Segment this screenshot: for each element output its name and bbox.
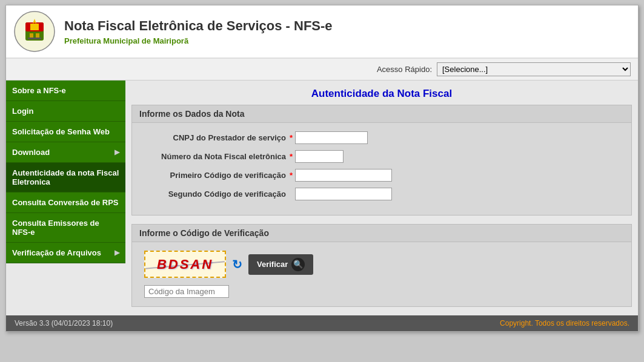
acesso-rapido-select[interactable]: [Selecione...]	[437, 62, 631, 76]
app-title: Nota Fiscal Eletrônica de Serviços - NFS…	[64, 18, 333, 34]
verify-button[interactable]: Verificar 🔍	[248, 254, 313, 275]
version-text: Versão 3.3 (04/01/2023 18:10)	[15, 319, 113, 327]
sidebar-item-download[interactable]: Download ▶	[6, 142, 125, 163]
numero-input[interactable]	[295, 150, 344, 163]
segundo-codigo-row: Segundo Código de verificação *	[144, 188, 619, 200]
section-dados-nota: Informe os Dados da Nota CNPJ do Prestad…	[131, 105, 632, 216]
sidebar-item-sobre[interactable]: Sobre a NFS-e	[6, 81, 125, 101]
sidebar-item-emissores[interactable]: Consulta Emissores de NFS-e	[6, 213, 125, 243]
sidebar: Sobre a NFS-e Login Solicitação de Senha…	[6, 81, 125, 263]
cnpj-label: CNPJ do Prestador de serviço	[144, 133, 290, 142]
cnpj-row: CNPJ do Prestador de serviço *	[144, 131, 619, 144]
segundo-codigo-label: Segundo Código de verificação	[144, 189, 290, 199]
numero-row: Número da Nota Fiscal eletrônica *	[144, 150, 619, 163]
primeiro-codigo-row: Primeiro Código de verificação *	[144, 169, 619, 182]
section-verificacao-body: BDSAN ↻ Verificar 🔍	[132, 242, 631, 306]
primeiro-codigo-required: *	[290, 171, 293, 180]
sidebar-item-login[interactable]: Login	[6, 101, 125, 122]
verify-search-icon: 🔍	[291, 258, 305, 271]
svg-rect-3	[30, 24, 39, 30]
numero-label: Número da Nota Fiscal eletrônica	[144, 152, 290, 161]
section-verificacao-header: Informe o Código de Verificação	[132, 225, 631, 242]
primeiro-codigo-input[interactable]	[295, 169, 392, 182]
sidebar-item-verificacao[interactable]: Verificação de Arquivos ▶	[6, 243, 125, 263]
copyright-label: Copyright.	[500, 319, 533, 327]
header: Nota Fiscal Eletrônica de Serviços - NFS…	[6, 5, 638, 59]
main-content: Autenticidade da Nota Fiscal Informe os …	[125, 81, 638, 315]
segundo-codigo-spacer: *	[290, 189, 293, 199]
section-verificacao: Informe o Código de Verificação BDSAN ↻ …	[131, 224, 632, 307]
section-dados-body: CNPJ do Prestador de serviço * Número da…	[132, 123, 631, 215]
logo	[13, 10, 56, 53]
content-layout: Sobre a NFS-e Login Solicitação de Senha…	[6, 81, 638, 315]
sidebar-item-senha[interactable]: Solicitação de Senha Web	[6, 122, 125, 142]
captcha-refresh-icon[interactable]: ↻	[232, 257, 242, 272]
sidebar-item-conversao[interactable]: Consulta Conversão de RPS	[6, 193, 125, 213]
sidebar-item-autenticidade[interactable]: Autenticidade da nota Fiscal Eletronica	[6, 163, 125, 193]
captcha-code-input[interactable]	[144, 285, 229, 298]
footer: Versão 3.3 (04/01/2023 18:10) Copyright.…	[6, 315, 638, 331]
captcha-area: BDSAN ↻ Verificar 🔍	[144, 251, 619, 278]
numero-required: *	[290, 152, 293, 161]
cnpj-required: *	[290, 133, 293, 142]
copyright-rest: Todos os direitos reservados.	[535, 319, 629, 327]
svg-rect-7	[28, 38, 41, 39]
segundo-codigo-input[interactable]	[295, 188, 392, 200]
copyright-text: Copyright. Todos os direitos reservados.	[500, 319, 629, 327]
download-arrow-icon: ▶	[115, 148, 119, 156]
captcha-code-row	[144, 285, 619, 298]
captcha-image: BDSAN	[144, 251, 226, 278]
verificacao-arrow-icon: ▶	[115, 249, 119, 257]
acesso-rapido-label: Acesso Rápido:	[377, 65, 432, 74]
page-title: Autenticidade da Nota Fiscal	[125, 81, 638, 105]
cnpj-input[interactable]	[295, 131, 368, 144]
header-text: Nota Fiscal Eletrônica de Serviços - NFS…	[64, 18, 333, 45]
section-dados-header: Informe os Dados da Nota	[132, 105, 631, 123]
app-subtitle: Prefeitura Municipal de Mairiporã	[64, 36, 333, 45]
primeiro-codigo-label: Primeiro Código de verificação	[144, 171, 290, 180]
top-bar: Acesso Rápido: [Selecione...]	[6, 59, 638, 81]
